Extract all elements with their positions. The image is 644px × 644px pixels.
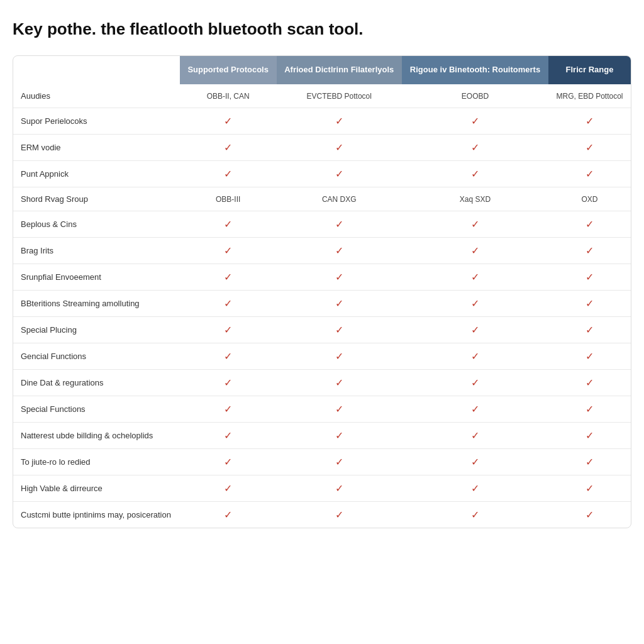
check-icon: ✓ xyxy=(224,509,232,520)
cell-r5-c3: ✓ xyxy=(402,211,548,237)
cell-r4-c1: OBB-III xyxy=(180,187,277,211)
table-row: ERM vodie✓✓✓✓ xyxy=(13,134,631,160)
cell-r16-c0: Custcmi butte ipntinims may, posiceratio… xyxy=(13,501,180,528)
check-icon: ✓ xyxy=(224,430,232,441)
cell-r13-c4: ✓ xyxy=(548,422,631,448)
table-row: Beplous & Cins✓✓✓✓ xyxy=(13,211,631,237)
check-icon: ✓ xyxy=(224,245,232,256)
column-header-4: Flricr Range xyxy=(548,56,631,84)
cell-r1-c3: ✓ xyxy=(402,108,548,134)
cell-r1-c4: ✓ xyxy=(548,108,631,134)
cell-r11-c2: ✓ xyxy=(277,369,402,396)
check-icon: ✓ xyxy=(224,142,232,153)
check-icon: ✓ xyxy=(471,245,479,256)
table-row: High Vable & dirreurce✓✓✓✓ xyxy=(13,475,631,501)
cell-r3-c1: ✓ xyxy=(180,160,277,187)
cell-r9-c0: Special Plucing xyxy=(13,316,180,343)
cell-r6-c0: Brag Irits xyxy=(13,237,180,264)
cell-r6-c4: ✓ xyxy=(548,237,631,264)
cell-r2-c1: ✓ xyxy=(180,134,277,160)
cell-r9-c2: ✓ xyxy=(277,316,402,343)
check-icon: ✓ xyxy=(224,169,232,179)
cell-r11-c1: ✓ xyxy=(180,369,277,396)
check-icon: ✓ xyxy=(335,245,343,256)
cell-r4-c2: CAN DXG xyxy=(277,187,402,211)
cell-r14-c0: To jiute-ro lo redied xyxy=(13,448,180,475)
cell-r11-c4: ✓ xyxy=(548,369,631,396)
check-icon: ✓ xyxy=(471,298,479,309)
table-row: Srunpfial Envoeement✓✓✓✓ xyxy=(13,264,631,290)
check-icon: ✓ xyxy=(471,272,479,282)
cell-r13-c0: Natterest ubde billding & ocheloplids xyxy=(13,422,180,448)
cell-r6-c3: ✓ xyxy=(402,237,548,264)
cell-r13-c2: ✓ xyxy=(277,422,402,448)
cell-r14-c3: ✓ xyxy=(402,448,548,475)
check-icon: ✓ xyxy=(335,509,343,520)
check-icon: ✓ xyxy=(335,219,343,230)
cell-r16-c3: ✓ xyxy=(402,501,548,528)
cell-r3-c3: ✓ xyxy=(402,160,548,187)
cell-r8-c3: ✓ xyxy=(402,290,548,316)
table-row: Natterest ubde billding & ocheloplids✓✓✓… xyxy=(13,422,631,448)
table-row: Special Functions✓✓✓✓ xyxy=(13,396,631,422)
check-icon: ✓ xyxy=(586,430,594,441)
page-title: Key pothe. the fleatlooth bluetooth scan… xyxy=(13,19,631,40)
check-icon: ✓ xyxy=(224,404,232,414)
cell-r12-c1: ✓ xyxy=(180,396,277,422)
cell-r0-c4: MRG, EBD Pottocol xyxy=(548,84,631,108)
check-icon: ✓ xyxy=(335,325,343,335)
check-icon: ✓ xyxy=(586,169,594,179)
cell-r2-c3: ✓ xyxy=(402,134,548,160)
check-icon: ✓ xyxy=(586,377,594,388)
cell-r16-c4: ✓ xyxy=(548,501,631,528)
cell-r7-c2: ✓ xyxy=(277,264,402,290)
check-icon: ✓ xyxy=(335,298,343,309)
cell-r11-c3: ✓ xyxy=(402,369,548,396)
cell-r7-c3: ✓ xyxy=(402,264,548,290)
check-icon: ✓ xyxy=(471,377,479,388)
check-icon: ✓ xyxy=(224,377,232,388)
table-row: AuudiesOBB-II, CANEVCTEBD PottocolEOOBDM… xyxy=(13,84,631,108)
cell-r15-c4: ✓ xyxy=(548,475,631,501)
check-icon: ✓ xyxy=(586,404,594,414)
cell-r12-c0: Special Functions xyxy=(13,396,180,422)
check-icon: ✓ xyxy=(586,325,594,335)
cell-r9-c3: ✓ xyxy=(402,316,548,343)
check-icon: ✓ xyxy=(471,351,479,362)
check-icon: ✓ xyxy=(586,483,594,494)
cell-r5-c2: ✓ xyxy=(277,211,402,237)
cell-r9-c1: ✓ xyxy=(180,316,277,343)
cell-r4-c0: Shord Rvag Sroup xyxy=(13,187,180,211)
cell-r0-c2: EVCTEBD Pottocol xyxy=(277,84,402,108)
check-icon: ✓ xyxy=(224,298,232,309)
cell-r15-c2: ✓ xyxy=(277,475,402,501)
check-icon: ✓ xyxy=(586,457,594,467)
check-icon: ✓ xyxy=(335,116,343,126)
table-row: Shord Rvag SroupOBB-IIICAN DXGXaq SXDOXD xyxy=(13,187,631,211)
column-header-1: Supported Protocols xyxy=(180,56,277,84)
comparison-table: Supported ProtocolsAfrioed Dictlrinn Fil… xyxy=(13,55,631,528)
check-icon: ✓ xyxy=(586,219,594,230)
cell-r14-c2: ✓ xyxy=(277,448,402,475)
check-icon: ✓ xyxy=(224,325,232,335)
cell-r10-c2: ✓ xyxy=(277,343,402,369)
cell-r0-c3: EOOBD xyxy=(402,84,548,108)
table-row: To jiute-ro lo redied✓✓✓✓ xyxy=(13,448,631,475)
cell-r15-c3: ✓ xyxy=(402,475,548,501)
cell-r5-c0: Beplous & Cins xyxy=(13,211,180,237)
table-row: Supor Perielocoks✓✓✓✓ xyxy=(13,108,631,134)
check-icon: ✓ xyxy=(471,116,479,126)
cell-r1-c1: ✓ xyxy=(180,108,277,134)
check-icon: ✓ xyxy=(471,404,479,414)
check-icon: ✓ xyxy=(335,169,343,179)
check-icon: ✓ xyxy=(335,142,343,153)
cell-r8-c4: ✓ xyxy=(548,290,631,316)
cell-r4-c3: Xaq SXD xyxy=(402,187,548,211)
column-header-3: Rigoue iv Binetooth: Rouitomerts xyxy=(402,56,548,84)
check-icon: ✓ xyxy=(471,325,479,335)
check-icon: ✓ xyxy=(471,430,479,441)
check-icon: ✓ xyxy=(335,272,343,282)
cell-r7-c1: ✓ xyxy=(180,264,277,290)
cell-r0-c0: Auudies xyxy=(13,84,180,108)
check-icon: ✓ xyxy=(224,483,232,494)
